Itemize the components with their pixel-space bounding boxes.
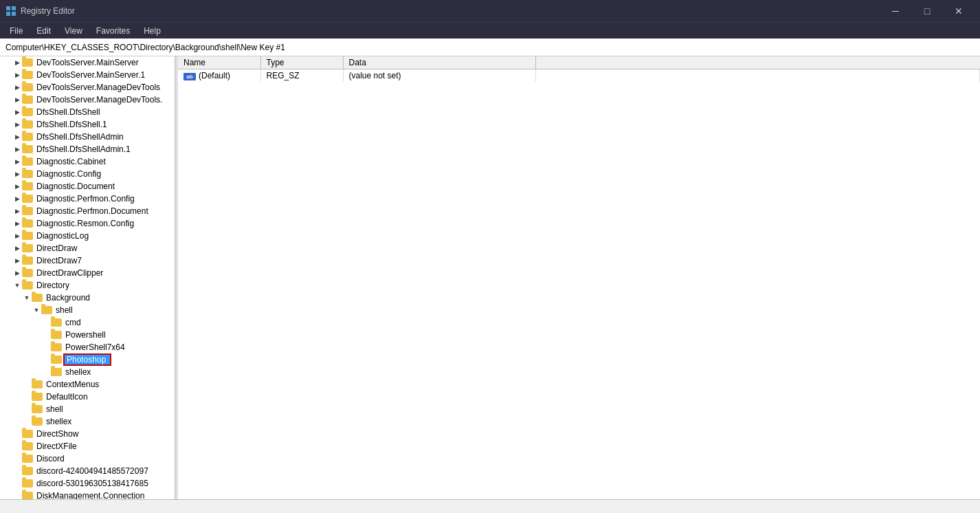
col-spacer	[535, 56, 980, 69]
tree-label-diag-cabinet: Diagnostic.Cabinet	[36, 157, 106, 166]
tree-item-directxfile[interactable]: DirectXFile	[0, 440, 175, 452]
expand-btn-diag-perfmon[interactable]: ▶	[12, 194, 22, 204]
expand-btn-directxfile[interactable]	[12, 441, 22, 451]
col-name: Name	[178, 56, 260, 69]
cell-name: ab(Default)	[178, 69, 260, 83]
tree-item-directshow[interactable]: DirectShow	[0, 428, 175, 440]
tree-item-powershell7x64[interactable]: PowerShell7x64	[0, 341, 175, 353]
tree-item-disk-mgmt[interactable]: DiskManagement.Connection	[0, 490, 175, 499]
folder-icon-diag-resmon	[22, 219, 33, 228]
folder-icon-shell2	[32, 405, 43, 413]
expand-btn-dfshell-admin[interactable]: ▶	[12, 132, 22, 142]
tree-label-dfshell: DfsShell.DfsShell	[36, 107, 100, 117]
rename-input-photoshop[interactable]: Photoshop	[63, 353, 111, 366]
expand-btn-devtools-manage2[interactable]: ▶	[12, 95, 22, 105]
expand-btn-powershell7x64[interactable]	[41, 342, 51, 352]
app-title: Registry Editor	[21, 6, 75, 16]
tree-label-discord-5301: discord-530196305138417685	[36, 479, 148, 488]
expand-btn-diag-resmon[interactable]: ▶	[12, 219, 22, 228]
tree-item-diag-perfmon[interactable]: ▶Diagnostic.Perfmon.Config	[0, 193, 175, 205]
expand-btn-dfshell1[interactable]: ▶	[12, 120, 22, 129]
expand-btn-discord-4240[interactable]	[12, 466, 22, 476]
expand-btn-discord-5301[interactable]	[12, 479, 22, 488]
expand-btn-diag-config[interactable]: ▶	[12, 169, 22, 179]
menu-file[interactable]: File	[3, 25, 30, 37]
tree-item-dfshell1[interactable]: ▶DfsShell.DfsShell.1	[0, 118, 175, 131]
expand-btn-devtools-manage[interactable]: ▶	[12, 83, 22, 92]
tree-item-diag-resmon[interactable]: ▶Diagnostic.Resmon.Config	[0, 217, 175, 230]
expand-btn-diag-log[interactable]: ▶	[12, 231, 22, 241]
tree-label-shellex: shellex	[46, 417, 71, 426]
folder-icon-cmd	[51, 318, 62, 327]
close-button[interactable]: ✕	[943, 0, 975, 22]
tree-item-shell[interactable]: ▼shell	[0, 304, 175, 316]
tree-item-diag-doc[interactable]: ▶Diagnostic.Document	[0, 180, 175, 193]
folder-icon-dfshell-admin	[22, 133, 33, 141]
menu-edit[interactable]: Edit	[30, 25, 58, 37]
expand-btn-shellex[interactable]	[22, 417, 32, 426]
expand-btn-diag-perfmon-doc[interactable]: ▶	[12, 206, 22, 216]
expand-btn-directdraw7[interactable]: ▶	[12, 256, 22, 265]
tree-item-dfshell-admin[interactable]: ▶DfsShell.DfsShellAdmin	[0, 131, 175, 143]
menu-help[interactable]: Help	[137, 25, 168, 37]
tree-item-discord[interactable]: Discord	[0, 452, 175, 465]
expand-btn-devtools-main2[interactable]: ▶	[12, 70, 22, 80]
tree-item-photoshop[interactable]: Photoshop	[0, 353, 175, 366]
tree-item-devtools-main1[interactable]: ▶DevToolsServer.MainServer	[0, 56, 175, 69]
expand-btn-cmd[interactable]	[41, 318, 51, 327]
tree-item-discord-4240[interactable]: discord-424004941485572097	[0, 465, 175, 477]
tree-item-shellex-sub[interactable]: shellex	[0, 366, 175, 378]
tree-item-defaulticon[interactable]: DefaultIcon	[0, 391, 175, 403]
expand-btn-dfshell-admin1[interactable]: ▶	[12, 144, 22, 154]
tree-item-directory[interactable]: ▼Directory	[0, 279, 175, 292]
tree-item-devtools-manage[interactable]: ▶DevToolsServer.ManageDevTools	[0, 81, 175, 94]
tree-item-dfshell[interactable]: ▶DfsShell.DfsShell	[0, 106, 175, 118]
expand-btn-background[interactable]: ▼	[22, 293, 32, 303]
col-type: Type	[260, 56, 343, 69]
menu-favorites[interactable]: Favorites	[89, 25, 137, 37]
expand-btn-directshow[interactable]	[12, 429, 22, 439]
tree-item-diag-cabinet[interactable]: ▶Diagnostic.Cabinet	[0, 155, 175, 168]
tree-item-devtools-main2[interactable]: ▶DevToolsServer.MainServer.1	[0, 69, 175, 81]
tree-item-background[interactable]: ▼Background	[0, 292, 175, 304]
expand-btn-directdraw-clip[interactable]: ▶	[12, 268, 22, 278]
tree-item-directdraw-clip[interactable]: ▶DirectDrawClipper	[0, 267, 175, 279]
expand-btn-contextmenus[interactable]	[22, 380, 32, 389]
tree-item-diag-config[interactable]: ▶Diagnostic.Config	[0, 168, 175, 180]
tree-item-devtools-manage2[interactable]: ▶DevToolsServer.ManageDevTools.	[0, 94, 175, 106]
tree-item-contextmenus[interactable]: ContextMenus	[0, 378, 175, 391]
expand-btn-directory[interactable]: ▼	[12, 281, 22, 290]
tree-item-dfshell-admin1[interactable]: ▶DfsShell.DfsShellAdmin.1	[0, 143, 175, 155]
tree-item-directdraw7[interactable]: ▶DirectDraw7	[0, 254, 175, 267]
folder-icon-diag-config	[22, 170, 33, 178]
expand-btn-directdraw[interactable]: ▶	[12, 243, 22, 253]
menu-view[interactable]: View	[58, 25, 89, 37]
folder-icon-directdraw7	[22, 256, 33, 265]
tree-item-diag-log[interactable]: ▶DiagnosticLog	[0, 230, 175, 242]
tree-item-diag-perfmon-doc[interactable]: ▶Diagnostic.Perfmon.Document	[0, 205, 175, 217]
tree-item-discord-5301[interactable]: discord-530196305138417685	[0, 477, 175, 490]
minimize-button[interactable]: ─	[880, 0, 911, 22]
expand-btn-defaulticon[interactable]	[22, 392, 32, 402]
expand-btn-discord[interactable]	[12, 454, 22, 463]
expand-btn-shell2[interactable]	[22, 404, 32, 414]
tree-label-cmd: cmd	[65, 318, 81, 327]
maximize-button[interactable]: □	[911, 0, 943, 22]
tree-item-shell2[interactable]: shell	[0, 403, 175, 415]
expand-btn-shell[interactable]: ▼	[32, 305, 41, 315]
tree-item-powershell[interactable]: Powershell	[0, 329, 175, 341]
expand-btn-shellex-sub[interactable]	[41, 367, 51, 377]
tree-item-cmd[interactable]: cmd	[0, 316, 175, 329]
expand-btn-photoshop[interactable]	[41, 355, 51, 364]
tree-item-shellex[interactable]: shellex	[0, 415, 175, 428]
tree-item-directdraw[interactable]: ▶DirectDraw	[0, 242, 175, 254]
expand-btn-powershell[interactable]	[41, 330, 51, 340]
expand-btn-diag-cabinet[interactable]: ▶	[12, 157, 22, 166]
table-row[interactable]: ab(Default)REG_SZ(value not set)	[178, 69, 980, 83]
tree-pane[interactable]: ▶DevToolsServer.MainServer▶DevToolsServe…	[0, 56, 175, 499]
folder-icon-directdraw-clip	[22, 269, 33, 277]
expand-btn-devtools-main1[interactable]: ▶	[12, 58, 22, 67]
expand-btn-dfshell[interactable]: ▶	[12, 107, 22, 117]
expand-btn-diag-doc[interactable]: ▶	[12, 182, 22, 191]
expand-btn-disk-mgmt[interactable]	[12, 491, 22, 499]
